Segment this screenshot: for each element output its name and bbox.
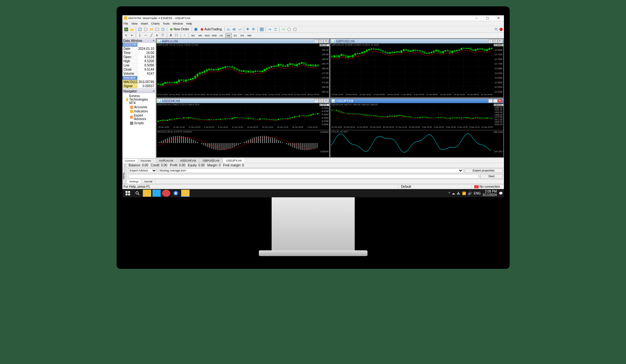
autotrading-button[interactable]: AutoTrading [199,27,223,32]
tf-m1[interactable]: M1 [190,33,197,38]
tray-chevron-icon[interactable]: ^ [449,192,450,195]
close-button[interactable]: ✕ [494,16,503,20]
tester-ea-select[interactable]: Moving Average.ex4 [158,168,463,173]
tray-wifi-icon[interactable]: 📶 [462,192,466,195]
chart-header[interactable]: 📊 AAPLm,H4 ─ ▢ ✕ [157,39,329,43]
chrome-icon[interactable] [172,190,180,197]
tray-language[interactable]: ENG [474,192,481,195]
close-icon[interactable]: ✕ [324,99,328,103]
terminal-icon[interactable] [155,27,160,32]
chart-canvas[interactable]: GBPUSD,H4 12.8490 12.8524 12.8314 12.842… [330,43,503,97]
menu-tools[interactable]: Tools [163,22,169,25]
arrows-icon[interactable]: ↑ [182,33,187,38]
tf-h4[interactable]: H4 [225,33,232,38]
max-icon[interactable]: ▢ [493,99,498,103]
chart-tab-usdjpy[interactable]: USDJPY,H4 [223,158,245,163]
nav-root[interactable]: Exness Technologies MT4 [123,94,155,105]
min-icon[interactable]: ─ [488,39,493,43]
tab-journal[interactable]: Journal [141,179,155,184]
nav-scripts[interactable]: Scripts [123,121,155,125]
opera-icon[interactable] [162,190,170,197]
chart-tab-aapl[interactable]: AAPLm,H4 [156,158,177,163]
tf-mn[interactable]: MN [246,33,253,38]
tf-d1[interactable]: D1 [232,33,239,38]
close-icon[interactable]: × [153,89,154,93]
crosshair-icon[interactable]: + [129,33,135,38]
zoom-in-icon[interactable] [245,27,251,32]
max-icon[interactable]: ▢ [319,99,323,103]
maximize-button[interactable]: ▢ [483,16,492,20]
close-icon[interactable]: × [153,39,154,42]
expert-properties-button[interactable]: Expert properties [465,168,503,173]
max-icon[interactable]: ▢ [493,39,498,43]
min-icon[interactable]: ─ [314,39,319,43]
tf-m5[interactable]: M5 [197,33,204,38]
chart-canvas[interactable]: USDCHF,H4 8.7590 8.7723 8.7548 8.7674 8.… [157,103,329,130]
close-icon[interactable]: ✕ [324,39,328,43]
bar-chart-icon[interactable] [226,27,231,32]
chart-header[interactable]: 📊 GBPUSD,H4 ─ ▢ ✕ [330,39,503,43]
chart-tab-usdchf[interactable]: USDCHF,H4 [177,158,200,163]
navigator-icon[interactable] [149,27,154,32]
cursor-icon[interactable]: ↖ [124,33,129,38]
search-button[interactable] [133,190,142,197]
text-icon[interactable]: A [168,33,174,38]
line-chart-icon[interactable] [237,27,243,32]
tf-m15[interactable]: M15 [204,33,211,38]
chart-header[interactable]: 📊 USDJPY,H4 ─ ▢ ✕ [330,99,503,103]
nav-expert-advisors[interactable]: Expert Advisors [123,113,155,121]
new-chart-icon[interactable] [124,27,129,32]
data-window-icon[interactable] [143,27,148,32]
tab-common[interactable]: Common [122,159,138,163]
metaquotes-icon[interactable] [193,27,198,32]
menu-window[interactable]: Window [173,22,183,25]
channel-icon[interactable]: ≡ [155,33,160,38]
trendline-icon[interactable]: ╱ [149,33,154,38]
periods-icon[interactable] [287,27,292,32]
menu-file[interactable]: File [124,22,128,25]
menu-view[interactable]: View [131,22,137,25]
chart-canvas[interactable]: AAPLm,H4 171.21 171.21 170.92 171.09 193… [157,43,329,97]
candle-chart-icon[interactable] [232,27,237,32]
menu-insert[interactable]: Insert [141,22,148,25]
hline-icon[interactable]: ─ [143,33,148,38]
menu-help[interactable]: Help [186,22,192,25]
start-button[interactable]: Start [480,174,502,179]
tray-notifications-icon[interactable]: 💬 [499,192,503,195]
close-icon[interactable]: ✕ [498,99,502,103]
shift-icon[interactable] [267,27,272,32]
autoscroll-icon[interactable] [273,27,278,32]
tray-volume-icon[interactable]: 🔊 [468,192,472,195]
indicators-icon[interactable] [281,27,286,32]
new-order-button[interactable]: New Order [168,27,190,32]
telegram-icon[interactable] [152,190,161,197]
profiles-icon[interactable] [129,27,135,32]
start-button[interactable] [124,190,132,197]
label-icon[interactable] [174,33,179,38]
close-icon[interactable]: ✕ [498,39,502,43]
chart-tab-gbpusd[interactable]: GBPUSD,H4 [200,158,223,163]
tile-icon[interactable] [259,27,264,32]
tab-settings[interactable]: Settings [127,179,142,184]
min-icon[interactable]: ─ [314,99,319,103]
minimize-button[interactable]: ─ [473,16,481,20]
nav-indicators[interactable]: Indicators [123,109,155,113]
tray-cloud-icon[interactable]: ☁ [452,192,455,195]
market-watch-icon[interactable] [137,27,143,32]
chart-header[interactable]: 📊 USDCHF,H4 ─ ▢ ✕ [157,99,329,103]
vline-icon[interactable]: | [137,33,143,38]
max-icon[interactable]: ▢ [319,39,323,43]
tf-h1[interactable]: H1 [218,33,225,38]
fibo-icon[interactable] [160,33,166,38]
tester-icon[interactable] [160,27,166,32]
zoom-out-icon[interactable] [251,27,256,32]
templates-icon[interactable] [292,27,298,32]
nav-accounts[interactable]: Accounts [123,105,155,109]
explorer-icon[interactable] [143,190,151,197]
tray-clock[interactable]: 2:08 PM 3/11/2024 [483,190,497,197]
notification-badge[interactable]: 1 [499,28,503,31]
tf-w1[interactable]: W1 [239,33,246,38]
tab-favorites[interactable]: Favorites [138,159,154,163]
chart-canvas[interactable]: USDJPY,H4 1467.47 1469.56 1464.83 1466.8… [330,103,503,130]
menu-charts[interactable]: Charts [151,22,160,25]
